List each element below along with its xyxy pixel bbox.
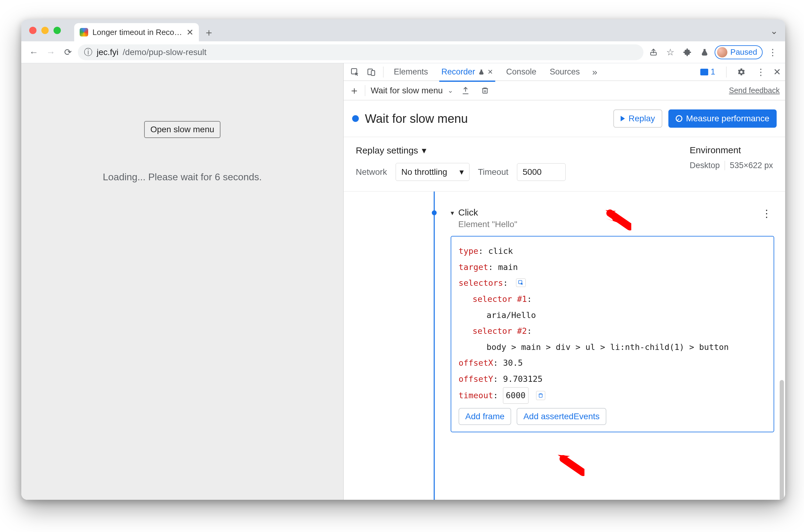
recorder-title: Wait for slow menu bbox=[365, 112, 607, 126]
throttling-select[interactable]: No throttling ▾ bbox=[396, 163, 469, 181]
tab-sources[interactable]: Sources bbox=[544, 65, 585, 78]
val-type[interactable]: click bbox=[488, 246, 513, 256]
export-icon[interactable] bbox=[459, 83, 472, 98]
val-selector-2[interactable]: body > main > div > ul > li:nth-child(1)… bbox=[459, 339, 766, 355]
key-offsetx: offsetX bbox=[459, 358, 493, 367]
close-tab-icon[interactable]: ✕ bbox=[186, 27, 193, 37]
val-target[interactable]: main bbox=[498, 262, 518, 272]
network-label: Network bbox=[356, 167, 387, 177]
tab-strip: Longer timeout in Recorder ✕ ＋ ⌄ bbox=[21, 19, 785, 41]
inspect-element-icon[interactable] bbox=[348, 65, 362, 79]
avatar-icon bbox=[717, 47, 727, 57]
flask-icon bbox=[478, 69, 484, 75]
step-title: Click bbox=[458, 207, 517, 218]
loading-text: Loading... Please wait for 6 seconds. bbox=[103, 171, 262, 183]
replay-settings-section: Replay settings ▾ Network No throttling … bbox=[343, 137, 785, 191]
devtools-menu-icon[interactable]: ⋮ bbox=[754, 65, 768, 79]
selector-picker-icon[interactable] bbox=[516, 279, 526, 287]
svg-rect-6 bbox=[539, 394, 542, 397]
address-bar[interactable]: ⓘ jec.fyi/demo/pup-slow-result bbox=[78, 44, 643, 60]
forward-button[interactable]: → bbox=[44, 45, 58, 59]
send-feedback-link[interactable]: Send feedback bbox=[729, 86, 780, 95]
issues-chip[interactable]: 1 bbox=[697, 66, 718, 77]
key-target: target bbox=[459, 262, 488, 272]
step-menu-icon[interactable]: ⋮ bbox=[762, 207, 774, 220]
status-dot-icon bbox=[352, 115, 359, 122]
step-subtitle: Element "Hello" bbox=[458, 220, 517, 229]
zoom-window-button[interactable] bbox=[54, 27, 61, 34]
share-icon[interactable] bbox=[647, 45, 660, 59]
bookmark-icon[interactable]: ☆ bbox=[663, 45, 677, 59]
reload-button[interactable]: ⟳ bbox=[61, 45, 75, 59]
add-frame-button[interactable]: Add frame bbox=[459, 408, 511, 425]
recorder-toolbar: ＋ Wait for slow menu ⌄ Send feedback bbox=[343, 81, 785, 100]
url-host: jec.fyi bbox=[97, 48, 118, 57]
close-panel-icon[interactable]: ✕ bbox=[487, 68, 493, 76]
close-window-button[interactable] bbox=[29, 27, 37, 34]
tab-overflow-icon[interactable]: ⌄ bbox=[770, 25, 778, 36]
delete-recording-icon[interactable] bbox=[478, 83, 492, 98]
delete-timeout-icon[interactable] bbox=[536, 391, 545, 400]
key-selectors: selectors bbox=[459, 278, 503, 288]
tab-title: Longer timeout in Recorder bbox=[92, 28, 182, 37]
back-button[interactable]: ← bbox=[27, 45, 41, 59]
val-offsetx[interactable]: 30.5 bbox=[503, 358, 523, 367]
device-toolbar-icon[interactable] bbox=[364, 65, 378, 79]
recording-selector[interactable]: Wait for slow menu ⌄ bbox=[371, 86, 453, 95]
tab-elements[interactable]: Elements bbox=[388, 65, 434, 78]
chrome-menu-icon[interactable]: ⋮ bbox=[766, 45, 780, 59]
environment-section: Environment Desktop 535×622 px bbox=[690, 145, 773, 170]
add-recording-button[interactable]: ＋ bbox=[349, 83, 359, 98]
replay-settings-toggle[interactable]: Replay settings ▾ bbox=[356, 145, 671, 156]
caret-down-icon: ▾ bbox=[451, 209, 454, 217]
browser-tab-active[interactable]: Longer timeout in Recorder ✕ bbox=[74, 23, 199, 41]
step-editor: type: click target: main selectors: sele… bbox=[451, 236, 774, 432]
issues-count: 1 bbox=[711, 67, 715, 77]
svg-rect-3 bbox=[371, 71, 375, 75]
settings-gear-icon[interactable] bbox=[734, 65, 748, 79]
content-split: Open slow menu Loading... Please wait fo… bbox=[21, 63, 785, 500]
minimize-window-button[interactable] bbox=[41, 27, 49, 34]
step-header[interactable]: ▾ Click Element "Hello" ⋮ bbox=[451, 197, 774, 229]
add-asserted-events-button[interactable]: Add assertedEvents bbox=[517, 408, 606, 425]
window-controls bbox=[29, 27, 61, 34]
chevron-down-icon: ⌄ bbox=[448, 87, 453, 95]
url-path: /demo/pup-slow-result bbox=[123, 48, 206, 57]
site-info-icon[interactable]: ⓘ bbox=[84, 46, 92, 58]
tab-console[interactable]: Console bbox=[501, 65, 542, 78]
browser-window: Longer timeout in Recorder ✕ ＋ ⌄ ← → ⟳ ⓘ… bbox=[21, 19, 785, 500]
caret-down-icon: ▾ bbox=[460, 167, 464, 177]
rendered-page: Open slow menu Loading... Please wait fo… bbox=[21, 63, 343, 500]
open-slow-menu-button[interactable]: Open slow menu bbox=[144, 121, 220, 138]
environment-device: Desktop bbox=[690, 161, 720, 170]
key-type: type bbox=[459, 246, 478, 256]
timeline-line bbox=[434, 191, 435, 500]
key-selector-1: selector #1 bbox=[472, 294, 527, 304]
val-offsety[interactable]: 9.703125 bbox=[503, 374, 542, 384]
devtools-close-icon[interactable]: ✕ bbox=[773, 66, 781, 77]
scrollbar-thumb[interactable] bbox=[780, 380, 784, 500]
replay-button[interactable]: Replay bbox=[613, 110, 662, 128]
throttling-value: No throttling bbox=[401, 167, 447, 177]
new-tab-button[interactable]: ＋ bbox=[201, 25, 217, 40]
key-timeout: timeout bbox=[459, 391, 493, 400]
extensions-icon[interactable] bbox=[680, 45, 694, 59]
timeout-label: Timeout bbox=[478, 167, 508, 177]
val-selector-1[interactable]: aria/Hello bbox=[459, 307, 766, 323]
gauge-icon bbox=[676, 115, 683, 122]
key-offsety: offsetY bbox=[459, 374, 493, 384]
measure-performance-button[interactable]: Measure performance bbox=[668, 110, 777, 128]
play-icon bbox=[621, 116, 625, 121]
environment-label: Environment bbox=[690, 145, 773, 155]
favicon-icon bbox=[80, 28, 88, 37]
devtools-panel: Elements Recorder ✕ Console Sources » 1 bbox=[343, 63, 785, 500]
more-tabs-icon[interactable]: » bbox=[588, 65, 602, 79]
devtools-tabbar: Elements Recorder ✕ Console Sources » 1 bbox=[343, 63, 785, 81]
timeout-input[interactable]: 5000 bbox=[517, 163, 566, 181]
recorder-header: Wait for slow menu Replay Measure perfor… bbox=[343, 100, 785, 137]
labs-icon[interactable] bbox=[697, 45, 712, 59]
profile-chip[interactable]: Paused bbox=[715, 45, 763, 59]
step-timeout-input[interactable]: 6000 bbox=[503, 387, 528, 404]
tab-recorder[interactable]: Recorder ✕ bbox=[436, 65, 499, 78]
timeline-dot bbox=[432, 210, 437, 215]
